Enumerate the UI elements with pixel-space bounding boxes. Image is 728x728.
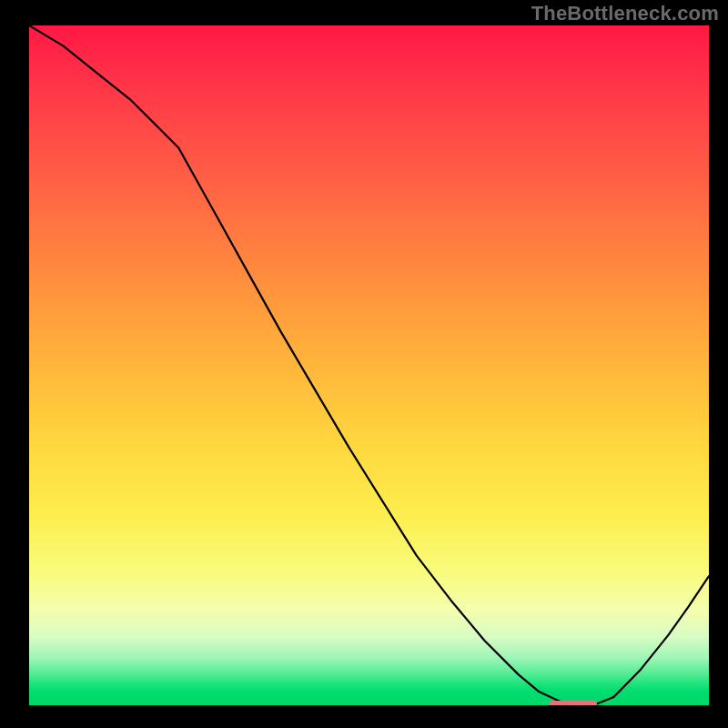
optimum-marker: [549, 701, 596, 706]
bottleneck-curve: [29, 25, 709, 705]
chart-frame: TheBottleneck.com: [0, 0, 728, 728]
plot-area: [29, 25, 709, 705]
watermark-text: TheBottleneck.com: [531, 2, 719, 25]
